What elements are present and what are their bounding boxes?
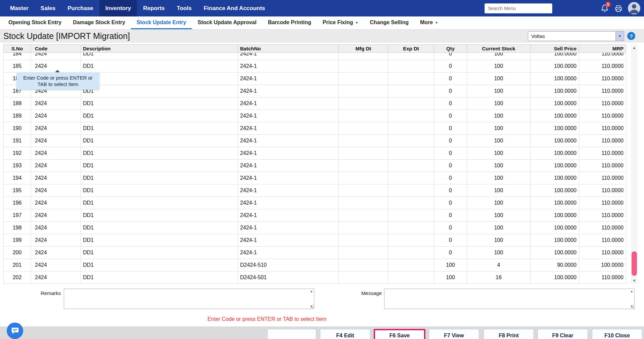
- cell-mfg[interactable]: [339, 247, 388, 259]
- cell-code[interactable]: 2424: [31, 110, 81, 122]
- cell-current[interactable]: 100: [467, 197, 531, 209]
- cell-code[interactable]: 2424: [31, 172, 81, 184]
- cell-exp[interactable]: [388, 234, 434, 246]
- tab-stock-update-entry[interactable]: Stock Update Entry: [131, 16, 192, 29]
- cell-exp[interactable]: [388, 53, 434, 60]
- cell-mfg[interactable]: [339, 222, 388, 234]
- cell-sno[interactable]: 184: [3, 53, 31, 60]
- cell-mrp[interactable]: 110.0000: [579, 172, 626, 184]
- cell-code[interactable]: 2424: [31, 184, 81, 197]
- cell-exp[interactable]: [388, 97, 434, 110]
- cell-exp[interactable]: [388, 197, 434, 209]
- cell-sell[interactable]: 100.0000: [531, 122, 579, 134]
- cell-code[interactable]: 2424: [31, 147, 81, 159]
- cell-sno[interactable]: 193: [3, 160, 31, 172]
- cell-code[interactable]: 2424: [31, 135, 81, 147]
- cell-current[interactable]: 100: [467, 73, 531, 85]
- tab-change-selling[interactable]: Change Selling: [364, 16, 414, 29]
- cell-sno[interactable]: 194: [3, 172, 31, 184]
- tab-opening-stock-entry[interactable]: Opening Stock Entry: [3, 16, 67, 29]
- cell-qty[interactable]: 0: [434, 222, 467, 234]
- cell-qty[interactable]: 100: [434, 259, 467, 271]
- cell-exp[interactable]: [388, 85, 434, 97]
- cell-mfg[interactable]: [339, 110, 388, 122]
- cell-sno[interactable]: 200: [3, 247, 31, 259]
- cell-desc[interactable]: DD1: [81, 247, 238, 259]
- cell-mrp[interactable]: 110.0000: [579, 234, 626, 246]
- nav-item-inventory[interactable]: Inventory: [99, 0, 137, 16]
- cell-sell[interactable]: 100.0000: [531, 53, 579, 60]
- cell-batch[interactable]: 2424-1: [238, 73, 339, 85]
- cell-mrp[interactable]: 100.0000: [579, 259, 626, 271]
- button-f7-view[interactable]: F7 View: [429, 329, 479, 339]
- column-header-qty[interactable]: Qty: [434, 45, 467, 52]
- cell-mrp[interactable]: 110.0000: [579, 122, 626, 134]
- cell-sell[interactable]: 100.0000: [531, 222, 579, 234]
- tab-stock-update-approval[interactable]: Stock Update Approval: [192, 16, 262, 29]
- cell-mfg[interactable]: [339, 234, 388, 246]
- cell-qty[interactable]: 0: [434, 122, 467, 134]
- cell-sno[interactable]: 195: [3, 184, 31, 197]
- cell-code[interactable]: 2424: [31, 234, 81, 246]
- cell-code[interactable]: 2424: [31, 259, 81, 271]
- cell-exp[interactable]: [388, 60, 434, 72]
- cell-mfg[interactable]: [339, 160, 388, 172]
- cell-sno[interactable]: 192: [3, 147, 31, 159]
- cell-sell[interactable]: 100.0000: [531, 209, 579, 221]
- cell-mrp[interactable]: 110.0000: [579, 160, 626, 172]
- cell-batch[interactable]: 2424-1: [238, 147, 339, 159]
- cell-sno[interactable]: 196: [3, 197, 31, 209]
- cell-batch[interactable]: 2424-1: [238, 110, 339, 122]
- cell-exp[interactable]: [388, 73, 434, 85]
- cell-sno[interactable]: 185: [3, 60, 31, 72]
- cell-mfg[interactable]: [339, 73, 388, 85]
- cell-exp[interactable]: [388, 222, 434, 234]
- cell-qty[interactable]: 0: [434, 135, 467, 147]
- cell-sno[interactable]: 188: [3, 97, 31, 110]
- cell-sno[interactable]: 190: [3, 122, 31, 134]
- chevron-down-icon[interactable]: ▼: [615, 32, 624, 41]
- cell-batch[interactable]: 2424-1: [238, 172, 339, 184]
- cell-desc[interactable]: DD1: [81, 110, 238, 122]
- nav-item-finance-and-accounts[interactable]: Finance And Accounts: [198, 0, 271, 16]
- cell-batch[interactable]: 2424-1: [238, 234, 339, 246]
- cell-batch[interactable]: 2424-1: [238, 209, 339, 221]
- button-f9-clear[interactable]: F9 Clear: [538, 329, 588, 339]
- cell-batch[interactable]: 2424-1: [238, 222, 339, 234]
- cell-batch[interactable]: D2424-510: [238, 259, 339, 271]
- cell-code[interactable]: 2424: [31, 247, 81, 259]
- cell-sno[interactable]: 189: [3, 110, 31, 122]
- cell-mfg[interactable]: [339, 60, 388, 72]
- cell-sell[interactable]: 100.0000: [531, 197, 579, 209]
- cell-sno[interactable]: 198: [3, 222, 31, 234]
- cell-desc[interactable]: DD1: [81, 97, 238, 110]
- cell-current[interactable]: 100: [467, 147, 531, 159]
- cell-mrp[interactable]: 110.0000: [579, 197, 626, 209]
- cell-current[interactable]: 100: [467, 53, 531, 60]
- cell-code[interactable]: 2424: [31, 271, 81, 284]
- cell-qty[interactable]: 0: [434, 73, 467, 85]
- printer-icon[interactable]: [615, 5, 622, 12]
- column-header-current-stock[interactable]: Current Stock: [467, 45, 531, 52]
- cell-desc[interactable]: DD1: [81, 222, 238, 234]
- tab-price-fixing[interactable]: Price Fixing▼: [317, 16, 364, 29]
- cell-code[interactable]: 2424: [31, 197, 81, 209]
- cell-qty[interactable]: 0: [434, 97, 467, 110]
- cell-mrp[interactable]: 110.0000: [579, 97, 626, 110]
- table-scrollbar[interactable]: ▲ ▼: [631, 44, 638, 284]
- cell-sell[interactable]: 100.0000: [531, 184, 579, 197]
- cell-sell[interactable]: 100.0000: [531, 135, 579, 147]
- cell-code[interactable]: 2424: [31, 53, 81, 60]
- cell-desc[interactable]: DD1: [81, 184, 238, 197]
- cell-qty[interactable]: 0: [434, 197, 467, 209]
- cell-desc[interactable]: DD1: [81, 172, 238, 184]
- cell-current[interactable]: 100: [467, 97, 531, 110]
- nav-item-tools[interactable]: Tools: [171, 0, 198, 16]
- cell-current[interactable]: 100: [467, 122, 531, 134]
- cell-qty[interactable]: 100: [434, 271, 467, 284]
- cell-sell[interactable]: 100.0000: [531, 271, 579, 284]
- cell-mrp[interactable]: 110.0000: [579, 271, 626, 284]
- cell-code[interactable]: 2424: [31, 122, 81, 134]
- cell-exp[interactable]: [388, 247, 434, 259]
- cell-batch[interactable]: 2424-1: [238, 53, 339, 60]
